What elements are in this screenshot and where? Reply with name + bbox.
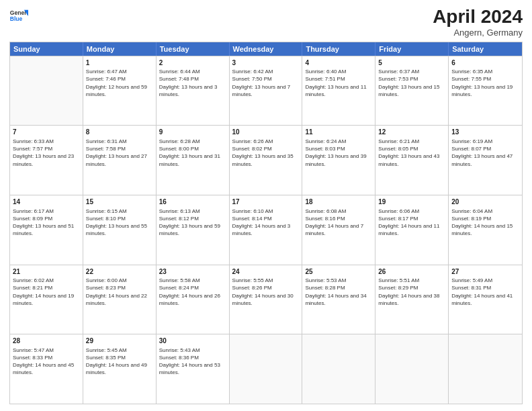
day-number: 16: [159, 197, 226, 207]
daylight-text: Daylight: 14 hours and 19 minutes.: [13, 292, 80, 307]
day-number: 29: [86, 336, 153, 346]
calendar-week-4: 21Sunrise: 6:02 AMSunset: 8:21 PMDayligh…: [10, 265, 522, 334]
day-header-tuesday: Tuesday: [157, 42, 230, 56]
sunrise-text: Sunrise: 6:24 AM: [305, 138, 372, 145]
sunset-text: Sunset: 8:05 PM: [378, 145, 445, 152]
daylight-text: Daylight: 14 hours and 26 minutes.: [159, 292, 226, 307]
calendar-day-4: 4Sunrise: 6:40 AMSunset: 7:51 PMDaylight…: [302, 56, 375, 126]
sunrise-text: Sunrise: 6:19 AM: [451, 138, 519, 145]
sunrise-text: Sunrise: 6:04 AM: [451, 208, 519, 215]
sunset-text: Sunset: 7:51 PM: [305, 75, 372, 83]
daylight-text: Daylight: 12 hours and 59 minutes.: [86, 83, 153, 98]
daylight-text: Daylight: 14 hours and 38 minutes.: [378, 292, 445, 307]
day-number: 11: [305, 128, 372, 137]
sunrise-text: Sunrise: 5:49 AM: [451, 277, 519, 284]
calendar-day-2: 2Sunrise: 6:44 AMSunset: 7:48 PMDaylight…: [157, 56, 230, 126]
sunrise-text: Sunrise: 6:47 AM: [86, 68, 153, 75]
calendar-day-20: 20Sunrise: 6:04 AMSunset: 8:19 PMDayligh…: [449, 195, 522, 265]
calendar-day-17: 17Sunrise: 6:10 AMSunset: 8:14 PMDayligh…: [230, 195, 303, 265]
sunset-text: Sunset: 8:36 PM: [159, 354, 226, 361]
day-number: 19: [378, 197, 445, 207]
day-number: 1: [86, 58, 153, 68]
sunrise-text: Sunrise: 6:35 AM: [451, 68, 519, 75]
daylight-text: Daylight: 13 hours and 31 minutes.: [159, 152, 226, 167]
sunrise-text: Sunrise: 6:40 AM: [305, 68, 372, 75]
day-header-thursday: Thursday: [302, 42, 375, 56]
daylight-text: Daylight: 13 hours and 43 minutes.: [378, 152, 445, 167]
sunset-text: Sunset: 7:48 PM: [159, 75, 226, 83]
sunrise-text: Sunrise: 6:42 AM: [232, 68, 300, 75]
calendar-day-14: 14Sunrise: 6:17 AMSunset: 8:09 PMDayligh…: [10, 195, 83, 265]
calendar-day-16: 16Sunrise: 6:13 AMSunset: 8:12 PMDayligh…: [157, 195, 230, 265]
day-header-saturday: Saturday: [449, 42, 522, 56]
sunrise-text: Sunrise: 5:53 AM: [305, 277, 372, 284]
daylight-text: Daylight: 13 hours and 51 minutes.: [13, 222, 80, 237]
sunrise-text: Sunrise: 6:37 AM: [378, 68, 445, 75]
sunrise-text: Sunrise: 6:17 AM: [13, 208, 80, 215]
daylight-text: Daylight: 13 hours and 39 minutes.: [305, 152, 372, 167]
calendar-day-3: 3Sunrise: 6:42 AMSunset: 7:50 PMDaylight…: [230, 56, 303, 126]
day-header-monday: Monday: [83, 42, 157, 56]
daylight-text: Daylight: 14 hours and 45 minutes.: [13, 361, 80, 376]
sunset-text: Sunset: 8:17 PM: [378, 215, 445, 222]
sunrise-text: Sunrise: 6:15 AM: [86, 208, 153, 215]
day-number: 5: [378, 58, 445, 68]
day-number: 25: [305, 267, 372, 277]
daylight-text: Daylight: 14 hours and 49 minutes.: [86, 361, 153, 376]
sunset-text: Sunset: 8:35 PM: [86, 354, 153, 361]
daylight-text: Daylight: 13 hours and 7 minutes.: [232, 83, 300, 98]
day-number: 30: [159, 336, 226, 346]
calendar-day-22: 22Sunrise: 6:00 AMSunset: 8:23 PMDayligh…: [83, 265, 157, 334]
sunset-text: Sunset: 8:23 PM: [86, 284, 153, 291]
sunset-text: Sunset: 7:46 PM: [86, 75, 153, 83]
day-number: 23: [159, 267, 226, 277]
sunset-text: Sunset: 8:14 PM: [232, 215, 300, 222]
day-header-friday: Friday: [375, 42, 449, 56]
day-number: 24: [232, 267, 300, 277]
daylight-text: Daylight: 13 hours and 15 minutes.: [378, 83, 445, 98]
svg-text:Blue: Blue: [10, 15, 23, 22]
sunrise-text: Sunrise: 6:26 AM: [232, 138, 300, 145]
sunset-text: Sunset: 8:09 PM: [13, 215, 80, 222]
calendar-day-12: 12Sunrise: 6:21 AMSunset: 8:05 PMDayligh…: [375, 126, 449, 195]
daylight-text: Daylight: 13 hours and 11 minutes.: [305, 83, 372, 98]
sunset-text: Sunset: 8:24 PM: [159, 284, 226, 291]
daylight-text: Daylight: 14 hours and 15 minutes.: [451, 222, 519, 237]
day-number: 9: [159, 128, 226, 137]
day-number: 2: [159, 58, 226, 68]
sunrise-text: Sunrise: 5:47 AM: [13, 347, 80, 354]
sunset-text: Sunset: 8:10 PM: [86, 215, 153, 222]
daylight-text: Daylight: 14 hours and 7 minutes.: [305, 222, 372, 237]
sunrise-text: Sunrise: 6:08 AM: [305, 208, 372, 215]
day-number: 14: [13, 197, 80, 207]
day-number: 28: [13, 336, 80, 346]
daylight-text: Daylight: 13 hours and 35 minutes.: [232, 152, 300, 167]
day-number: 21: [13, 267, 80, 277]
calendar-day-empty: [230, 334, 303, 404]
calendar-day-30: 30Sunrise: 5:43 AMSunset: 8:36 PMDayligh…: [157, 334, 230, 404]
day-number: 17: [232, 197, 300, 207]
daylight-text: Daylight: 13 hours and 47 minutes.: [451, 152, 519, 167]
sunrise-text: Sunrise: 5:45 AM: [86, 347, 153, 354]
calendar-day-11: 11Sunrise: 6:24 AMSunset: 8:03 PMDayligh…: [302, 126, 375, 195]
daylight-text: Daylight: 13 hours and 27 minutes.: [86, 152, 153, 167]
calendar-day-19: 19Sunrise: 6:06 AMSunset: 8:17 PMDayligh…: [375, 195, 449, 265]
sunset-text: Sunset: 7:50 PM: [232, 75, 300, 83]
sunrise-text: Sunrise: 6:28 AM: [159, 138, 226, 145]
day-number: 22: [86, 267, 153, 277]
calendar-week-2: 7Sunrise: 6:33 AMSunset: 7:57 PMDaylight…: [10, 125, 522, 195]
calendar-week-5: 28Sunrise: 5:47 AMSunset: 8:33 PMDayligh…: [10, 334, 522, 404]
calendar-day-7: 7Sunrise: 6:33 AMSunset: 7:57 PMDaylight…: [10, 126, 83, 195]
sunset-text: Sunset: 8:03 PM: [305, 145, 372, 152]
day-number: 3: [232, 58, 300, 68]
sunrise-text: Sunrise: 6:00 AM: [86, 277, 153, 284]
calendar-day-28: 28Sunrise: 5:47 AMSunset: 8:33 PMDayligh…: [10, 334, 83, 404]
sunrise-text: Sunrise: 5:55 AM: [232, 277, 300, 284]
daylight-text: Daylight: 14 hours and 30 minutes.: [232, 292, 300, 307]
calendar-week-3: 14Sunrise: 6:17 AMSunset: 8:09 PMDayligh…: [10, 195, 522, 265]
daylight-text: Daylight: 14 hours and 22 minutes.: [86, 292, 153, 307]
sunrise-text: Sunrise: 6:44 AM: [159, 68, 226, 75]
daylight-text: Daylight: 14 hours and 34 minutes.: [305, 292, 372, 307]
sunrise-text: Sunrise: 5:58 AM: [159, 277, 226, 284]
month-title: April 2024: [433, 7, 523, 28]
